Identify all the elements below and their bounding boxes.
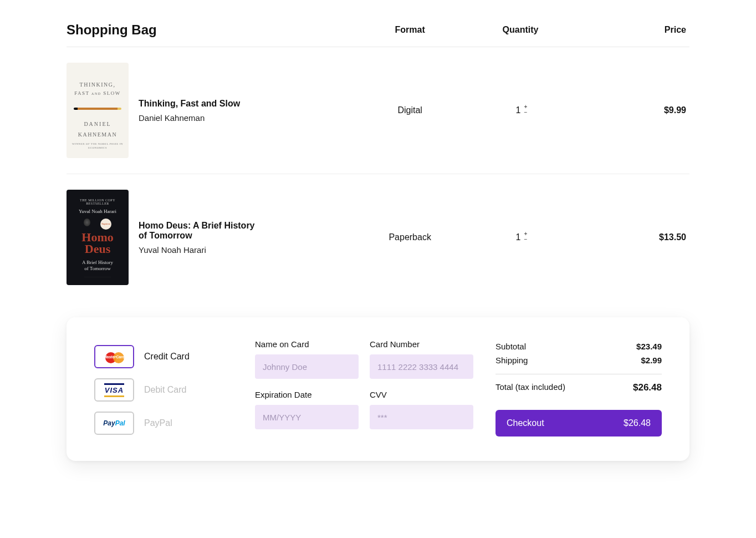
payment-method-label: Debit Card (144, 385, 186, 395)
shipping-value: $2.99 (641, 356, 662, 365)
card-number-input[interactable] (370, 354, 473, 379)
column-header-quantity: Quantity (465, 25, 575, 35)
paypal-icon: PayPal (94, 412, 134, 435)
item-price: $9.99 (576, 105, 689, 115)
mastercard-icon: MasterCard (94, 345, 134, 368)
payment-methods: MasterCard Credit Card VISA Debit Card P… (94, 339, 233, 437)
item-quantity: 1 + − (465, 105, 575, 116)
item-price: $13.50 (576, 232, 689, 242)
name-on-card-label: Name on Card (255, 339, 359, 349)
page-title: Shopping Bag (67, 22, 355, 38)
visa-icon: VISA (94, 378, 134, 402)
quantity-decrease-button[interactable]: − (524, 110, 528, 116)
total-label: Total (tax included) (496, 382, 565, 393)
book-cover-thumb: THE MILLION COPY BESTSELLER Yuval Noah H… (67, 190, 129, 285)
card-number-label: Card Number (370, 339, 473, 349)
payment-method-credit-card[interactable]: MasterCard Credit Card (94, 345, 233, 368)
subtotal-label: Subtotal (496, 342, 526, 351)
expiration-label: Expiration Date (255, 390, 359, 399)
expiration-input[interactable] (255, 405, 359, 429)
item-author: Daniel Kahneman (139, 113, 240, 123)
quantity-value: 1 (514, 105, 523, 115)
total-value: $26.48 (633, 382, 662, 393)
quantity-decrease-button[interactable]: − (524, 237, 528, 243)
item-format: Digital (355, 105, 465, 115)
checkout-button-label: Checkout (507, 418, 544, 428)
book-cover-thumb: THINKING, FAST AND SLOW DANIEL KAHNEMAN … (67, 63, 129, 158)
checkout-button-amount: $26.48 (624, 418, 651, 428)
cvv-label: CVV (370, 390, 473, 399)
cvv-input[interactable] (370, 405, 473, 429)
item-quantity: 1 + − (465, 232, 575, 243)
checkout-panel: MasterCard Credit Card VISA Debit Card P… (67, 317, 689, 461)
shipping-label: Shipping (496, 356, 528, 365)
item-title: Homo Deus: A Brief History of Tomorrow (139, 221, 260, 241)
column-header-price: Price (576, 25, 689, 35)
cart-item: THINKING, FAST AND SLOW DANIEL KAHNEMAN … (67, 47, 689, 174)
payment-method-paypal[interactable]: PayPal PayPal (94, 412, 233, 435)
item-format: Paperback (355, 232, 465, 242)
name-on-card-input[interactable] (255, 354, 359, 379)
checkout-button[interactable]: Checkout $26.48 (496, 410, 662, 437)
cart-header: Shopping Bag Format Quantity Price (67, 22, 689, 47)
item-title: Thinking, Fast and Slow (139, 99, 240, 109)
payment-method-debit-card[interactable]: VISA Debit Card (94, 378, 233, 402)
item-author: Yuval Noah Harari (139, 245, 260, 255)
payment-method-label: Credit Card (144, 352, 190, 362)
order-summary: Subtotal $23.49 Shipping $2.99 Total (ta… (496, 339, 662, 437)
quantity-value: 1 (514, 232, 523, 242)
column-header-format: Format (355, 25, 465, 35)
cart-item: THE MILLION COPY BESTSELLER Yuval Noah H… (67, 174, 689, 301)
payment-method-label: PayPal (144, 418, 172, 428)
subtotal-value: $23.49 (636, 342, 662, 351)
